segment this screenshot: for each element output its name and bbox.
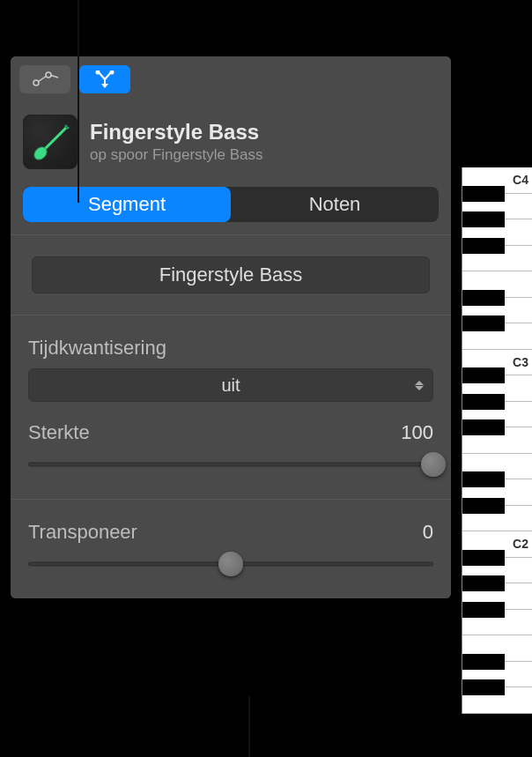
region-subtitle: op spoor Fingerstyle Bass — [90, 146, 263, 164]
toolbar — [11, 56, 451, 102]
strength-label: Sterkte — [28, 421, 90, 444]
bass-icon — [28, 120, 72, 164]
stepper-arrows-icon — [415, 381, 424, 390]
transpose-value: 0 — [423, 521, 433, 544]
tab-notes[interactable]: Noten — [231, 187, 439, 222]
piano-black-key[interactable] — [462, 186, 505, 202]
piano-ruler[interactable]: C4C3C2 — [462, 167, 532, 714]
piano-black-key[interactable] — [462, 550, 505, 566]
region-name-field[interactable]: Fingerstyle Bass — [32, 256, 430, 293]
piano-black-key[interactable] — [462, 498, 505, 514]
midi-toggle-button[interactable] — [79, 65, 130, 93]
piano-black-key[interactable] — [462, 679, 505, 695]
quantize-value: uit — [221, 375, 240, 396]
region-header: Fingerstyle Bass op spoor Fingerstyle Ba… — [11, 102, 451, 182]
quantize-label: Tijdkwantisering — [28, 337, 433, 360]
region-name-section: Fingerstyle Bass — [11, 234, 451, 315]
piano-black-key[interactable] — [462, 575, 505, 591]
region-inspector-panel: Fingerstyle Bass op spoor Fingerstyle Ba… — [11, 56, 451, 598]
tab-group: Segment Noten — [23, 187, 439, 222]
svg-line-1 — [39, 76, 48, 82]
transpose-label: Transponeer — [28, 521, 137, 544]
instrument-icon-bass[interactable] — [23, 115, 78, 169]
piano-black-key[interactable] — [462, 238, 505, 254]
strength-slider[interactable] — [28, 451, 433, 478]
strength-value: 100 — [401, 421, 433, 444]
piano-black-key[interactable] — [462, 654, 505, 670]
piano-black-key[interactable] — [462, 315, 505, 331]
tab-segment[interactable]: Segment — [23, 187, 231, 222]
svg-point-2 — [46, 72, 51, 78]
piano-black-key[interactable] — [462, 471, 505, 487]
piano-black-key[interactable] — [462, 290, 505, 306]
automation-toggle-button[interactable] — [19, 65, 70, 93]
midi-icon — [93, 71, 116, 88]
piano-black-key[interactable] — [462, 212, 505, 227]
svg-line-3 — [51, 76, 58, 78]
quantize-section: Tijdkwantisering uit Sterkte 100 — [11, 315, 451, 499]
piano-black-key[interactable] — [462, 419, 505, 435]
quantize-dropdown[interactable]: uit — [28, 368, 433, 402]
svg-point-12 — [67, 127, 70, 130]
automation-icon — [32, 71, 58, 87]
piano-black-key[interactable] — [462, 394, 505, 410]
transpose-slider[interactable] — [28, 551, 433, 577]
region-title: Fingerstyle Bass — [90, 120, 263, 145]
piano-black-key[interactable] — [462, 367, 505, 383]
transpose-section: Transponeer 0 — [11, 499, 451, 598]
piano-black-key[interactable] — [462, 602, 505, 618]
svg-marker-9 — [101, 84, 108, 88]
